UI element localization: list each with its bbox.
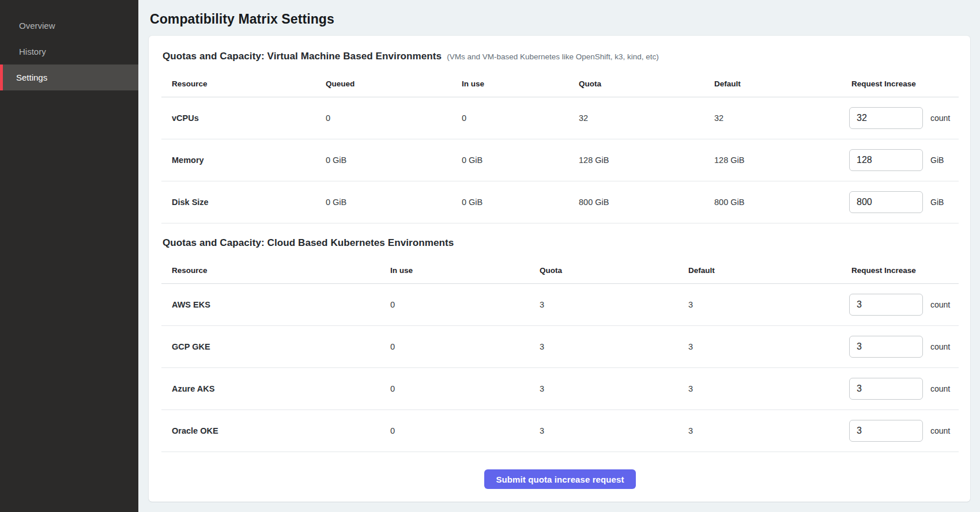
page-title: Compatibility Matrix Settings	[150, 12, 970, 27]
k8s-row-aws-quota: 3	[540, 284, 688, 326]
sidebar-nav: Overview History Settings	[0, 13, 138, 90]
k8s-row-oracle-default: 3	[688, 410, 849, 452]
vm-col-resource: Resource	[161, 62, 326, 97]
sidebar-item-history-label: History	[19, 47, 46, 56]
vm-row-memory-in-use: 0 GiB	[462, 139, 579, 181]
vm-quota-table: Resource Queued In use Quota Default Req…	[161, 62, 959, 223]
vm-section-title: Quotas and Capacity: Virtual Machine Bas…	[163, 51, 442, 62]
vm-row-disk-in-use: 0 GiB	[462, 181, 579, 223]
k8s-row-gcp-in-use: 0	[390, 326, 540, 368]
k8s-col-default: Default	[688, 249, 849, 284]
vm-row-vcpus-default: 32	[714, 97, 849, 139]
k8s-col-resource: Resource	[161, 249, 390, 284]
table-row: Memory 0 GiB 0 GiB 128 GiB 128 GiB GiB	[161, 139, 959, 181]
vm-col-default: Default	[714, 62, 849, 97]
vm-section-note: (VMs and VM-based Kubernetes like OpenSh…	[447, 52, 659, 61]
vm-row-disk-queued: 0 GiB	[326, 181, 462, 223]
aws-eks-unit-label: count	[930, 300, 950, 309]
k8s-row-oracle-request-cell: count	[849, 420, 959, 442]
submit-quota-request-button[interactable]: Submit quota increase request	[484, 469, 635, 489]
vm-row-memory-quota: 128 GiB	[579, 139, 714, 181]
disk-size-request-input[interactable]	[849, 191, 923, 213]
main-content: Compatibility Matrix Settings Quotas and…	[138, 0, 980, 512]
vm-row-memory-queued: 0 GiB	[326, 139, 462, 181]
vm-section-header: Quotas and Capacity: Virtual Machine Bas…	[161, 51, 959, 62]
table-row: vCPUs 0 0 32 32 count	[161, 97, 959, 139]
oracle-oke-request-input[interactable]	[849, 420, 923, 442]
sidebar-item-history[interactable]: History	[0, 39, 138, 65]
sidebar-item-overview[interactable]: Overview	[0, 13, 138, 39]
settings-card: Quotas and Capacity: Virtual Machine Bas…	[149, 36, 970, 502]
vm-row-vcpus-request-cell: count	[849, 107, 959, 129]
vm-row-memory-label: Memory	[161, 139, 326, 181]
k8s-row-oracle-quota: 3	[540, 410, 688, 452]
table-row: Oracle OKE 0 3 3 count	[161, 410, 959, 452]
table-row: Disk Size 0 GiB 0 GiB 800 GiB 800 GiB Gi…	[161, 181, 959, 223]
vcpus-request-input[interactable]	[849, 107, 923, 129]
vm-col-in-use: In use	[462, 62, 579, 97]
aws-eks-request-input[interactable]	[849, 294, 923, 316]
k8s-row-gcp-default: 3	[688, 326, 849, 368]
vm-row-disk-label: Disk Size	[161, 181, 326, 223]
k8s-row-azure-default: 3	[688, 368, 849, 410]
vm-row-vcpus-queued: 0	[326, 97, 462, 139]
k8s-row-aws-in-use: 0	[390, 284, 540, 326]
k8s-row-azure-quota: 3	[540, 368, 688, 410]
vm-row-memory-request-cell: GiB	[849, 149, 959, 171]
vm-row-vcpus-quota: 32	[579, 97, 714, 139]
k8s-row-aws-default: 3	[688, 284, 849, 326]
k8s-row-gcp-request-cell: count	[849, 336, 959, 358]
gcp-gke-request-input[interactable]	[849, 336, 923, 358]
k8s-row-oracle-label: Oracle OKE	[161, 410, 390, 452]
sidebar-item-overview-label: Overview	[19, 21, 55, 31]
k8s-table-header-row: Resource In use Quota Default Request In…	[161, 249, 959, 284]
k8s-row-azure-label: Azure AKS	[161, 368, 390, 410]
sidebar: Overview History Settings	[0, 0, 138, 512]
vm-col-quota: Quota	[579, 62, 714, 97]
k8s-row-azure-request-cell: count	[849, 378, 959, 400]
oracle-oke-unit-label: count	[930, 426, 950, 435]
k8s-row-azure-in-use: 0	[390, 368, 540, 410]
vm-row-vcpus-in-use: 0	[462, 97, 579, 139]
table-row: Azure AKS 0 3 3 count	[161, 368, 959, 410]
vcpus-unit-label: count	[930, 113, 950, 123]
vm-row-disk-quota: 800 GiB	[579, 181, 714, 223]
azure-aks-request-input[interactable]	[849, 378, 923, 400]
sidebar-item-settings[interactable]: Settings	[0, 65, 138, 90]
vm-row-memory-default: 128 GiB	[714, 139, 849, 181]
disk-size-unit-label: GiB	[930, 198, 944, 207]
k8s-col-request-increase: Request Increase	[849, 249, 959, 284]
k8s-section-header: Quotas and Capacity: Cloud Based Kuberne…	[161, 237, 959, 249]
k8s-row-oracle-in-use: 0	[390, 410, 540, 452]
table-row: AWS EKS 0 3 3 count	[161, 284, 959, 326]
vm-row-vcpus-label: vCPUs	[161, 97, 326, 139]
k8s-col-quota: Quota	[540, 249, 688, 284]
vm-table-header-row: Resource Queued In use Quota Default Req…	[161, 62, 959, 97]
vm-col-queued: Queued	[326, 62, 462, 97]
k8s-quota-table: Resource In use Quota Default Request In…	[161, 249, 959, 452]
memory-unit-label: GiB	[930, 156, 944, 165]
memory-request-input[interactable]	[849, 149, 923, 171]
k8s-row-aws-label: AWS EKS	[161, 284, 390, 326]
table-row: GCP GKE 0 3 3 count	[161, 326, 959, 368]
vm-row-disk-request-cell: GiB	[849, 191, 959, 213]
k8s-col-in-use: In use	[390, 249, 540, 284]
azure-aks-unit-label: count	[930, 384, 950, 393]
vm-col-request-increase: Request Increase	[849, 62, 959, 97]
sidebar-item-settings-label: Settings	[16, 73, 47, 82]
button-row: Submit quota increase request	[161, 469, 959, 489]
k8s-row-gcp-quota: 3	[540, 326, 688, 368]
k8s-row-aws-request-cell: count	[849, 294, 959, 316]
vm-row-disk-default: 800 GiB	[714, 181, 849, 223]
k8s-section-title: Quotas and Capacity: Cloud Based Kuberne…	[163, 237, 454, 249]
k8s-row-gcp-label: GCP GKE	[161, 326, 390, 368]
gcp-gke-unit-label: count	[930, 342, 950, 351]
